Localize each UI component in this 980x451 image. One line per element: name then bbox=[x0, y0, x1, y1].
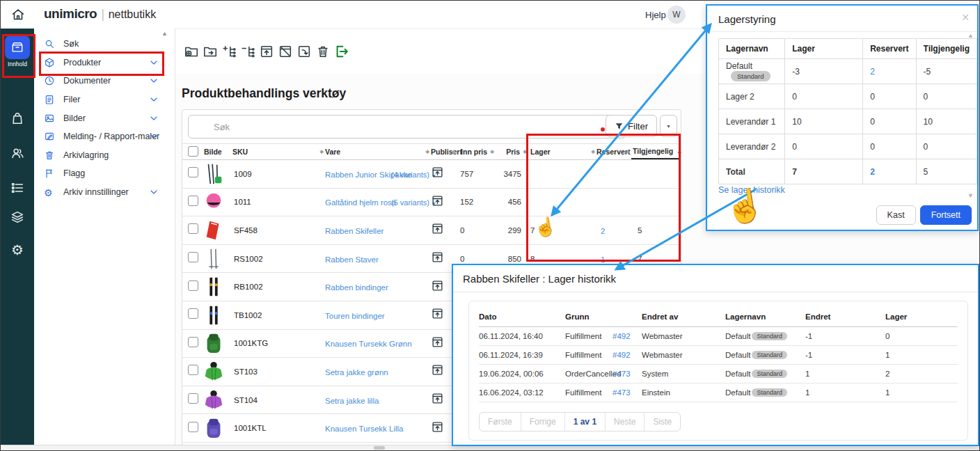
product-name-link[interactable]: Rabben bindinger bbox=[325, 283, 388, 292]
help-link[interactable]: Hjelp bbox=[645, 10, 666, 20]
sidebar-item-produkter[interactable]: Produkter bbox=[34, 54, 175, 72]
remove-variant-button[interactable] bbox=[239, 43, 256, 60]
rail-item-customers[interactable] bbox=[1, 145, 34, 161]
col-bilde[interactable]: Bilde bbox=[202, 148, 232, 156]
rail-item-settings[interactable]: ⚙ bbox=[1, 243, 34, 257]
row-checkbox[interactable] bbox=[188, 393, 198, 404]
history-stock: 1 bbox=[885, 388, 958, 397]
col-lager[interactable]: Lager◆ bbox=[528, 148, 596, 156]
history-reason: Fulfillment bbox=[565, 332, 612, 340]
home-icon[interactable] bbox=[10, 7, 26, 22]
select-all-checkbox[interactable] bbox=[188, 146, 198, 157]
adjust-stock-icon[interactable] bbox=[539, 226, 548, 235]
rail-item-modules[interactable] bbox=[1, 209, 34, 225]
row-checkbox[interactable] bbox=[188, 280, 198, 291]
row-checkbox[interactable] bbox=[188, 196, 198, 206]
panel-scroll-up-icon[interactable]: ▲ bbox=[967, 32, 974, 39]
col-sku[interactable]: SKU◆ bbox=[232, 148, 325, 156]
sidebar-item-flagg[interactable]: Flagg bbox=[34, 164, 175, 183]
publish-icon[interactable] bbox=[431, 363, 444, 377]
chevron-down-icon bbox=[148, 113, 159, 124]
history-change: 1 bbox=[805, 388, 885, 397]
panel-scroll-down-icon[interactable]: ▼ bbox=[967, 192, 974, 199]
order-link[interactable]: #492 bbox=[612, 351, 631, 359]
scrollbar-thumb[interactable] bbox=[374, 446, 385, 450]
col-reservert[interactable]: Reservert◆ bbox=[596, 148, 631, 156]
sidebar-item-melding-rapport-maler[interactable]: Melding- / Rapport-maler bbox=[34, 127, 175, 146]
delete-button[interactable] bbox=[315, 43, 331, 60]
product-name-link[interactable]: Knausen Tursekk Grønn bbox=[325, 340, 412, 348]
continue-button[interactable]: Fortsett bbox=[920, 205, 972, 225]
sidebar-item-søk[interactable]: Søk bbox=[34, 35, 175, 54]
filter-dropdown-button[interactable]: ▾ bbox=[660, 115, 677, 137]
row-checkbox[interactable] bbox=[188, 167, 198, 177]
reserved-link[interactable]: 2 bbox=[601, 227, 605, 235]
order-link[interactable]: #473 bbox=[612, 388, 631, 397]
col-inn-pris[interactable]: Inn pris◆ bbox=[457, 148, 496, 156]
product-name-link[interactable]: Knausen Tursekk Lilla bbox=[325, 425, 404, 433]
sort-icon: ◆ bbox=[452, 149, 456, 155]
table-row[interactable]: 1009 Rabben Junior Skipakke (4 variants)… bbox=[182, 160, 681, 189]
rail-item-orders[interactable] bbox=[1, 180, 34, 196]
publish-icon[interactable] bbox=[431, 251, 444, 264]
product-name-link[interactable]: Rabben Staver bbox=[325, 255, 379, 264]
product-name-link[interactable]: Setra jakke grønn bbox=[325, 368, 388, 377]
pager-1-av-1[interactable]: 1 av 1 bbox=[564, 413, 605, 431]
rail-item-innhold[interactable]: Innhold bbox=[1, 35, 34, 68]
col-vare[interactable]: Vare bbox=[325, 148, 391, 156]
publish-icon[interactable] bbox=[431, 307, 444, 320]
pager-siste[interactable]: Siste bbox=[644, 413, 680, 431]
row-checkbox[interactable] bbox=[188, 223, 198, 234]
col-publisert[interactable]: Publisert◆ bbox=[431, 148, 457, 156]
row-checkbox[interactable] bbox=[188, 308, 198, 319]
row-checkbox[interactable] bbox=[188, 252, 198, 262]
table-row[interactable]: 1011 Galtåtind hjelm rosa (5 variants)▼ … bbox=[182, 189, 681, 217]
row-checkbox[interactable] bbox=[188, 365, 198, 375]
table-row[interactable]: SF458 Rabben Skifeller ▼ 0 299 7 2 5 bbox=[182, 216, 681, 245]
publish-icon[interactable] bbox=[431, 392, 444, 405]
publish-icon[interactable] bbox=[431, 166, 444, 179]
order-link[interactable]: #492 bbox=[612, 332, 631, 340]
sidebar-item-arkivlagring[interactable]: Arkivlagring bbox=[34, 146, 175, 165]
publish-icon[interactable] bbox=[431, 420, 444, 434]
add-folder-button[interactable] bbox=[183, 43, 200, 60]
variants-link[interactable]: (5 variants)▼ bbox=[391, 198, 436, 207]
avatar[interactable]: W bbox=[667, 6, 686, 24]
export-button[interactable] bbox=[333, 43, 350, 60]
sidebar-item-arkiv-innstillinger[interactable]: ⚙ Arkiv innstillinger bbox=[34, 183, 175, 202]
search-input[interactable] bbox=[188, 115, 626, 139]
sidebar-item-dokumenter[interactable]: Dokumenter bbox=[34, 72, 175, 90]
col-tilgjengelig[interactable]: Tilgjengelig▲ bbox=[631, 144, 679, 159]
publish-icon[interactable] bbox=[431, 194, 444, 207]
product-name-link[interactable]: Galtåtind hjelm rosa bbox=[325, 198, 396, 207]
sidebar-item-bilder[interactable]: Bilder bbox=[34, 109, 175, 127]
copy-folder-button[interactable] bbox=[202, 43, 219, 60]
publish-icon[interactable] bbox=[431, 279, 444, 292]
stock-history-link[interactable]: Se lager historikk bbox=[718, 185, 785, 195]
variants-link[interactable]: (4 variants)▼ bbox=[391, 171, 436, 179]
row-checkbox[interactable] bbox=[188, 422, 198, 432]
pager-neste[interactable]: Neste bbox=[605, 413, 644, 431]
wh-col-reservert: Reservert bbox=[863, 39, 916, 59]
pager-forrige[interactable]: Forrige bbox=[521, 413, 564, 431]
sidebar-item-filer[interactable]: Filer bbox=[34, 90, 175, 109]
add-variant-button[interactable] bbox=[221, 43, 237, 60]
publish-icon[interactable] bbox=[431, 222, 444, 235]
col-pris[interactable]: Pris◆ bbox=[496, 148, 528, 156]
product-name-link[interactable]: Touren bindinger bbox=[325, 312, 385, 320]
move-button[interactable] bbox=[296, 43, 313, 60]
filter-button[interactable]: Filter bbox=[606, 115, 657, 137]
publish-button[interactable] bbox=[258, 43, 275, 60]
discard-button[interactable]: Kast bbox=[876, 205, 916, 225]
pager-første[interactable]: Første bbox=[480, 413, 521, 431]
close-icon[interactable]: ✕ bbox=[961, 12, 970, 23]
publish-icon[interactable] bbox=[431, 335, 444, 349]
product-name-link[interactable]: Rabben Skifeller bbox=[325, 227, 384, 235]
order-link[interactable]: #473 bbox=[612, 370, 631, 378]
rail-item-shop[interactable] bbox=[1, 111, 34, 126]
reserved-link[interactable]: 1 bbox=[601, 255, 605, 264]
unpublish-button[interactable] bbox=[277, 43, 294, 60]
row-checkbox[interactable] bbox=[188, 337, 198, 347]
chevron-down-icon bbox=[148, 131, 159, 142]
product-name-link[interactable]: Setra jakke lilla bbox=[325, 397, 379, 405]
